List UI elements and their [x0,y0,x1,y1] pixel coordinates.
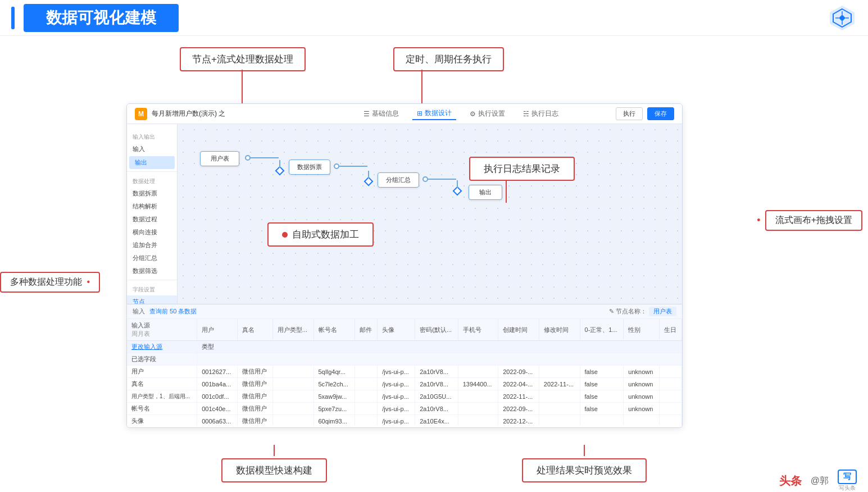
node-name-tag: 用户表 [649,307,676,316]
cell-realname: 微信用户 [237,366,272,378]
col-realname: 真名 [237,319,272,341]
cell-created: 2022-12-... [498,415,539,426]
cell-phone [458,366,498,378]
annotation-bottom-right: 处理结果实时预览效果 [522,458,647,482]
tab-exec-settings[interactable]: ⚙ 执行设置 [465,108,510,120]
col-status: 0-正常、1... [580,319,624,341]
execute-button[interactable]: 执行 [616,107,643,120]
cell-user: 0012627... [197,366,237,378]
flow-line-v3 [457,180,458,188]
sidebar-divider-2 [127,280,177,280]
sidebar-item-data-process[interactable]: 数据过程 [127,213,177,226]
annotation-bottom-left: 数据模型快速构建 [221,458,327,482]
sidebar-item-group-summary[interactable]: 分组汇总 [127,252,177,265]
cell-status [580,415,624,426]
cell-modified [539,403,580,415]
annotation-log: 执行日志结果记录 [469,157,575,181]
cell-phone: 1394400... [458,378,498,390]
cell-birthday [659,415,681,426]
cell-modified [539,366,580,378]
data-table-wrap[interactable]: 输入源周月表 用户 真名 用户类型... 帐号名 邮件 头像 密码(默认... … [127,319,682,426]
selected-fields-label: 已选字段 [127,353,197,366]
cell-user: 0006a63... [197,415,237,426]
cell-avatar: /jvs-ui-p... [378,403,415,415]
toutiao-label: 头条 [779,473,802,489]
table-row: 帐号名 001c40e... 微信用户 5pxe7zu... /jvs-ui-p… [127,403,682,415]
sidebar-item-struct-parse[interactable]: 结构解析 [127,200,177,213]
col-created: 创建时间 [498,319,539,341]
cell-modified [539,390,580,403]
main-content: 节点+流式处理数据处理 定时、周期任务执行 M 每月新增用户数(演示) 之 ☰ … [0,36,868,492]
col-gender: 性别 [624,319,659,341]
cell-avatar: /jvs-ui-p... [378,415,415,426]
sidebar-section-processing: 数据处理 [127,174,177,187]
header-accent-bar [11,7,15,29]
page-title: 数据可视化建模 [24,4,179,32]
app-titlebar: M 每月新增用户数(演示) 之 ☰ 基础信息 ⊞ 数据设计 ⚙ 执行设置 [127,104,682,124]
cell-realname: 微信用户 [237,415,272,426]
cell-avatar: /jvs-ui-p... [378,378,415,390]
logo [828,3,857,33]
sidebar-item-output[interactable]: 输出 [129,156,175,169]
flow-connector-1 [245,155,251,161]
cell-email [355,415,377,426]
flow-node-output[interactable]: 输出 [469,185,502,200]
arrow-top-right [421,70,422,103]
cell-email [355,366,377,378]
cell-user: 001c0df... [197,390,237,403]
cell-password: 2a10E4x... [415,415,458,426]
selected-fields-value [197,353,682,366]
cell-password: 2a10rV8... [415,378,458,390]
sidebar-item-input[interactable]: 输入 [127,143,177,156]
data-table: 输入源周月表 用户 真名 用户类型... 帐号名 邮件 头像 密码(默认... … [127,319,682,426]
cell-account: 5pxe7zu... [313,403,355,415]
sidebar-item-data-filter[interactable]: 数据筛选 [127,265,177,277]
tab-data-design[interactable]: ⊞ 数据设计 [412,107,456,120]
flow-node-data-split[interactable]: 数据拆票 [289,160,330,175]
save-button[interactable]: 保存 [647,107,674,120]
col-account: 帐号名 [313,319,355,341]
sidebar-item-data-split[interactable]: 数据拆票 [127,187,177,200]
col-password: 密码(默认... [415,319,458,341]
flow-line-v1 [279,160,280,168]
sidebar-item-horizontal-join[interactable]: 横向连接 [127,226,177,239]
arrow-log [506,180,507,203]
cell-modified [539,415,580,426]
app-actions: 执行 保存 [616,107,674,120]
cell-password: 2a10rV8... [415,403,458,415]
bottom-ann-right-wrap: 处理结果实时预览效果 [522,445,647,482]
table-row: 用户类型，1、后端用... 001c0df... 微信用户 5xaw9jw...… [127,390,682,403]
cell-status: false [580,378,624,390]
selected-fields-row: 已选字段 [127,353,682,366]
data-panel-header: 输入 查询前 50 条数据 ✎ 节点名称： 用户表 [127,304,682,319]
col-phone: 手机号 [458,319,498,341]
link-update-input[interactable]: 更改输入源 [131,343,162,350]
tab-exec-log[interactable]: ☵ 执行日志 [519,108,563,120]
tab-basic-info[interactable]: ☰ 基础信息 [359,108,403,120]
cell-gender: unknown [624,366,659,378]
flow-line-3 [428,179,456,180]
data-table-header: 输入源周月表 用户 真名 用户类型... 帐号名 邮件 头像 密码(默认... … [127,319,682,366]
table-row: 真名 001ba4a... 微信用户 5c7le2ch... /jvs-ui-p… [127,378,682,390]
flow-node-user-table[interactable]: 用户表 [200,151,239,166]
data-panel: 输入 查询前 50 条数据 ✎ 节点名称： 用户表 输入源周月表 用户 真名 用… [127,304,682,427]
annotation-canvas-center: 自助式数据加工 [267,222,374,247]
cell-password: 2a10rV8... [415,366,458,378]
cell-birthday [659,366,681,378]
table-row: 用户 0012627... 微信用户 5qIlg4qr... /jvs-ui-p… [127,366,682,378]
watermark-area: 头条 @郭 写 写头条 Confidential ©2021 Freeschem… [712,465,869,492]
write-logo: 写 写头条 [838,470,857,492]
subrow-field-type: 类型 [197,341,682,353]
cell-password: 2a10G5U... [415,390,458,403]
app-name: 每月新增用户数(演示) 之 [152,109,306,119]
cell-usertype [272,390,313,403]
cell-phone [458,390,498,403]
social-logos: 头条 @郭 写 写头条 [779,470,857,492]
cell-usertype [272,366,313,378]
query-button[interactable]: 查询前 50 条数据 [149,307,197,316]
input-source-label: 输入 [133,307,145,316]
flow-node-group-summary[interactable]: 分组汇总 [378,172,419,188]
sidebar-divider-1 [127,171,177,172]
col-email: 邮件 [355,319,377,341]
sidebar-item-append-merge[interactable]: 追加合并 [127,239,177,252]
